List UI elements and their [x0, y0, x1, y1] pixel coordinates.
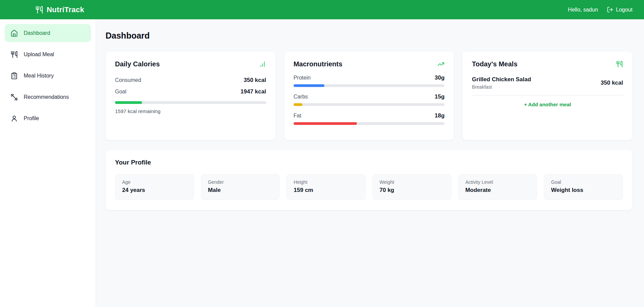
- profile-tile-age: Age 24 years: [115, 174, 194, 200]
- tile-value: Weight loss: [551, 187, 616, 194]
- header-right: Hello, sadun Logout: [568, 6, 632, 13]
- your-profile-card: Your Profile Age 24 years Gender Male He…: [106, 150, 632, 210]
- tile-value: Moderate: [465, 187, 530, 194]
- app-header: NutriTrack Hello, sadun Logout: [0, 0, 644, 19]
- macro-value: 30g: [435, 74, 444, 81]
- macronutrients-title: Macronutrients: [294, 60, 342, 68]
- sidebar-item-label: Upload Meal: [24, 51, 54, 58]
- meal-calories: 350 kcal: [601, 80, 623, 86]
- calories-progress-fill: [115, 101, 142, 104]
- bar-chart-icon: [259, 61, 266, 68]
- goal-label: Goal: [115, 89, 127, 95]
- protein-progress-fill: [294, 84, 325, 87]
- goal-value: 1947 kcal: [240, 88, 266, 95]
- tile-label: Height: [294, 179, 359, 185]
- tile-value: 24 years: [122, 187, 187, 194]
- logout-icon: [607, 6, 613, 13]
- consumed-row: Consumed 350 kcal: [115, 77, 266, 84]
- trending-up-icon: [437, 61, 444, 68]
- sidebar: Dashboard Upload Meal Meal History Recom…: [0, 19, 96, 307]
- consumed-value: 350 kcal: [244, 77, 266, 84]
- carbs-progress-fill: [294, 103, 303, 106]
- daily-calories-card: Daily Calories Consumed 350 kcal Goal 19…: [106, 51, 276, 140]
- utensils-icon: [10, 51, 18, 58]
- goal-row: Goal 1947 kcal: [115, 88, 266, 95]
- todays-meals-title: Today's Meals: [472, 60, 517, 68]
- macronutrients-card: Macronutrients Protein 30g: [284, 51, 454, 140]
- meal-type: Breakfast: [472, 84, 531, 90]
- profile-tile-gender: Gender Male: [201, 174, 280, 200]
- calories-progress-track: [115, 101, 266, 104]
- app-title: NutriTrack: [47, 5, 84, 14]
- todays-meals-card: Today's Meals Grilled Chicken Salad Brea…: [462, 51, 632, 140]
- main-content: Dashboard Daily Calories Consumed 350 kc…: [96, 19, 644, 307]
- clipboard-list-icon: [10, 72, 18, 80]
- macro-label: Protein: [294, 75, 311, 81]
- sidebar-item-profile[interactable]: Profile: [5, 109, 91, 127]
- macro-row-fat: Fat 18g: [294, 112, 445, 125]
- meal-list-item: Grilled Chicken Salad Breakfast 350 kcal: [472, 76, 623, 95]
- stats-cards-row: Daily Calories Consumed 350 kcal Goal 19…: [106, 51, 632, 140]
- fat-progress-track: [294, 122, 445, 125]
- meal-name: Grilled Chicken Salad: [472, 76, 531, 83]
- tile-label: Age: [122, 179, 187, 185]
- profile-tile-height: Height 159 cm: [286, 174, 366, 200]
- tile-label: Weight: [380, 179, 444, 185]
- tile-label: Activity Level: [465, 179, 530, 185]
- profile-grid: Age 24 years Gender Male Height 159 cm W…: [115, 174, 623, 200]
- add-meal-button[interactable]: + Add another meal: [524, 102, 571, 107]
- dumbbell-icon: [10, 93, 18, 101]
- macro-value: 18g: [435, 112, 444, 119]
- sidebar-item-label: Recommendations: [24, 94, 69, 100]
- user-icon: [10, 115, 18, 122]
- home-icon: [10, 29, 18, 37]
- tile-value: 70 kg: [380, 187, 444, 194]
- profile-tile-weight: Weight 70 kg: [372, 174, 452, 200]
- user-greeting: Hello, sadun: [568, 7, 598, 13]
- profile-tile-activity-level: Activity Level Moderate: [458, 174, 537, 200]
- profile-tile-goal: Goal Weight loss: [544, 174, 623, 200]
- tile-label: Gender: [208, 179, 273, 185]
- brand: NutriTrack: [35, 5, 84, 14]
- carbs-progress-track: [294, 103, 445, 106]
- macro-value: 15g: [435, 93, 444, 100]
- sidebar-item-dashboard[interactable]: Dashboard: [5, 24, 91, 42]
- tile-value: Male: [208, 187, 273, 194]
- fat-progress-fill: [294, 122, 357, 125]
- macro-row-carbs: Carbs 15g: [294, 93, 445, 106]
- daily-calories-title: Daily Calories: [115, 60, 160, 68]
- macro-label: Carbs: [294, 94, 308, 100]
- profile-section-title: Your Profile: [115, 159, 623, 166]
- sidebar-item-meal-history[interactable]: Meal History: [5, 67, 91, 85]
- consumed-label: Consumed: [115, 77, 141, 83]
- macro-row-protein: Protein 30g: [294, 74, 445, 87]
- tile-label: Goal: [551, 179, 616, 185]
- logout-button[interactable]: Logout: [607, 6, 632, 13]
- remaining-text: 1597 kcal remaining: [115, 108, 266, 114]
- protein-progress-track: [294, 84, 445, 87]
- sidebar-item-label: Profile: [24, 115, 39, 122]
- utensils-logo-icon: [35, 6, 43, 14]
- page-title: Dashboard: [106, 31, 632, 41]
- sidebar-item-upload-meal[interactable]: Upload Meal: [5, 45, 91, 63]
- logout-label: Logout: [616, 7, 632, 13]
- sidebar-item-label: Meal History: [24, 73, 54, 79]
- sidebar-item-label: Dashboard: [24, 30, 50, 36]
- macro-label: Fat: [294, 113, 301, 119]
- utensils-icon: [616, 61, 623, 68]
- sidebar-item-recommendations[interactable]: Recommendations: [5, 88, 91, 106]
- tile-value: 159 cm: [294, 187, 359, 194]
